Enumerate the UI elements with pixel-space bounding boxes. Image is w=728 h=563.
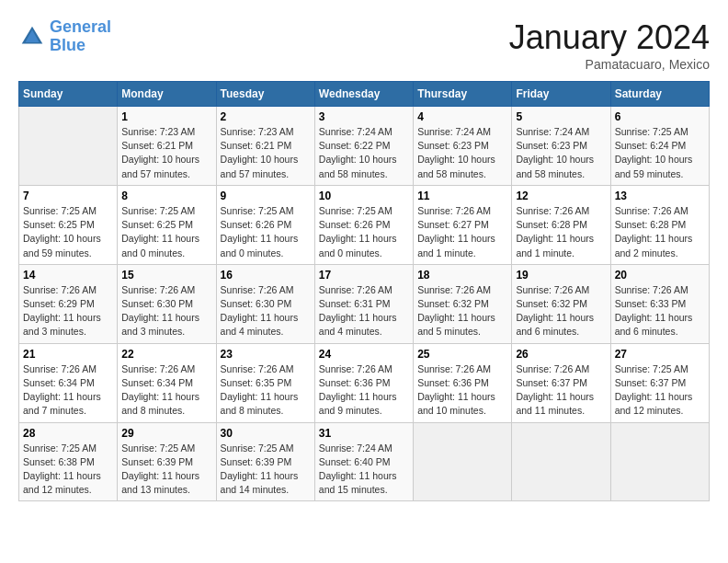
day-info: Sunrise: 7:25 AM Sunset: 6:38 PM Dayligh… (23, 442, 113, 498)
day-number: 14 (23, 269, 113, 282)
day-number: 29 (121, 427, 211, 440)
calendar-cell: 5Sunrise: 7:24 AM Sunset: 6:23 PM Daylig… (512, 107, 610, 186)
calendar-cell: 28Sunrise: 7:25 AM Sunset: 6:38 PM Dayli… (19, 422, 118, 501)
calendar-cell: 30Sunrise: 7:25 AM Sunset: 6:39 PM Dayli… (216, 422, 314, 501)
day-number: 10 (319, 190, 409, 202)
calendar-cell: 27Sunrise: 7:25 AM Sunset: 6:37 PM Dayli… (610, 343, 709, 422)
day-number: 4 (417, 110, 507, 123)
calendar-cell: 7Sunrise: 7:25 AM Sunset: 6:25 PM Daylig… (19, 185, 118, 264)
calendar-cell: 11Sunrise: 7:26 AM Sunset: 6:27 PM Dayli… (414, 185, 512, 264)
calendar-cell: 2Sunrise: 7:23 AM Sunset: 6:21 PM Daylig… (216, 107, 314, 186)
calendar-cell: 9Sunrise: 7:25 AM Sunset: 6:26 PM Daylig… (216, 185, 314, 264)
weekday-header-sunday: Sunday (19, 82, 118, 107)
calendar-cell: 12Sunrise: 7:26 AM Sunset: 6:28 PM Dayli… (512, 185, 610, 264)
day-info: Sunrise: 7:24 AM Sunset: 6:23 PM Dayligh… (417, 125, 507, 181)
calendar-cell: 17Sunrise: 7:26 AM Sunset: 6:31 PM Dayli… (314, 264, 413, 343)
day-number: 23 (221, 348, 311, 361)
logo-line2: Blue (50, 36, 85, 54)
day-info: Sunrise: 7:25 AM Sunset: 6:39 PM Dayligh… (221, 442, 311, 498)
day-number: 9 (221, 190, 311, 202)
calendar-cell (414, 422, 512, 501)
logo: General Blue (18, 18, 111, 55)
day-info: Sunrise: 7:24 AM Sunset: 6:23 PM Dayligh… (516, 125, 606, 181)
calendar-header-row: SundayMondayTuesdayWednesdayThursdayFrid… (19, 82, 710, 107)
logo-icon (18, 23, 46, 51)
weekday-header-monday: Monday (118, 82, 216, 107)
calendar-cell: 16Sunrise: 7:26 AM Sunset: 6:30 PM Dayli… (216, 264, 314, 343)
day-number: 2 (221, 110, 311, 123)
weekday-header-tuesday: Tuesday (216, 82, 314, 107)
calendar-cell: 31Sunrise: 7:24 AM Sunset: 6:40 PM Dayli… (314, 422, 413, 501)
day-number: 21 (23, 348, 113, 361)
calendar-cell: 29Sunrise: 7:25 AM Sunset: 6:39 PM Dayli… (118, 422, 216, 501)
day-info: Sunrise: 7:26 AM Sunset: 6:28 PM Dayligh… (615, 204, 705, 260)
weekday-header-saturday: Saturday (610, 82, 709, 107)
calendar-cell: 24Sunrise: 7:26 AM Sunset: 6:36 PM Dayli… (314, 343, 413, 422)
calendar-cell: 25Sunrise: 7:26 AM Sunset: 6:36 PM Dayli… (414, 343, 512, 422)
logo-line1: General (50, 17, 111, 36)
weekday-header-thursday: Thursday (414, 82, 512, 107)
calendar-cell: 6Sunrise: 7:25 AM Sunset: 6:24 PM Daylig… (610, 107, 709, 186)
calendar-cell: 4Sunrise: 7:24 AM Sunset: 6:23 PM Daylig… (414, 107, 512, 186)
calendar-week-3: 14Sunrise: 7:26 AM Sunset: 6:29 PM Dayli… (19, 264, 710, 343)
weekday-header-friday: Friday (512, 82, 610, 107)
calendar-cell: 23Sunrise: 7:26 AM Sunset: 6:35 PM Dayli… (216, 343, 314, 422)
calendar-cell: 8Sunrise: 7:25 AM Sunset: 6:25 PM Daylig… (118, 185, 216, 264)
day-info: Sunrise: 7:26 AM Sunset: 6:32 PM Dayligh… (516, 283, 606, 339)
day-number: 19 (516, 269, 606, 282)
day-number: 20 (615, 269, 705, 282)
calendar-cell: 20Sunrise: 7:26 AM Sunset: 6:33 PM Dayli… (610, 264, 709, 343)
day-number: 27 (615, 348, 705, 361)
calendar-cell: 21Sunrise: 7:26 AM Sunset: 6:34 PM Dayli… (19, 343, 118, 422)
day-info: Sunrise: 7:25 AM Sunset: 6:24 PM Dayligh… (615, 125, 705, 181)
calendar-table: SundayMondayTuesdayWednesdayThursdayFrid… (18, 81, 710, 501)
day-info: Sunrise: 7:25 AM Sunset: 6:25 PM Dayligh… (23, 204, 113, 260)
day-info: Sunrise: 7:24 AM Sunset: 6:40 PM Dayligh… (319, 442, 409, 498)
calendar-week-5: 28Sunrise: 7:25 AM Sunset: 6:38 PM Dayli… (19, 422, 710, 501)
day-info: Sunrise: 7:26 AM Sunset: 6:37 PM Dayligh… (516, 362, 606, 419)
calendar-cell: 10Sunrise: 7:25 AM Sunset: 6:26 PM Dayli… (314, 185, 413, 264)
day-info: Sunrise: 7:26 AM Sunset: 6:30 PM Dayligh… (221, 283, 311, 339)
calendar-cell: 3Sunrise: 7:24 AM Sunset: 6:22 PM Daylig… (314, 107, 413, 186)
day-info: Sunrise: 7:25 AM Sunset: 6:26 PM Dayligh… (319, 204, 409, 260)
title-block: January 2024 Pamatacuaro, Mexico (509, 18, 710, 72)
day-info: Sunrise: 7:26 AM Sunset: 6:27 PM Dayligh… (417, 204, 507, 260)
calendar-cell: 15Sunrise: 7:26 AM Sunset: 6:30 PM Dayli… (118, 264, 216, 343)
day-info: Sunrise: 7:26 AM Sunset: 6:33 PM Dayligh… (615, 283, 705, 339)
location-subtitle: Pamatacuaro, Mexico (509, 57, 710, 72)
day-info: Sunrise: 7:26 AM Sunset: 6:29 PM Dayligh… (23, 283, 113, 339)
day-number: 26 (516, 348, 606, 361)
calendar-week-4: 21Sunrise: 7:26 AM Sunset: 6:34 PM Dayli… (19, 343, 710, 422)
day-info: Sunrise: 7:25 AM Sunset: 6:26 PM Dayligh… (221, 204, 311, 260)
day-info: Sunrise: 7:26 AM Sunset: 6:35 PM Dayligh… (221, 362, 311, 419)
day-info: Sunrise: 7:26 AM Sunset: 6:30 PM Dayligh… (121, 283, 211, 339)
day-number: 1 (121, 110, 211, 123)
calendar-cell: 26Sunrise: 7:26 AM Sunset: 6:37 PM Dayli… (512, 343, 610, 422)
calendar-cell: 13Sunrise: 7:26 AM Sunset: 6:28 PM Dayli… (610, 185, 709, 264)
page-header: General Blue January 2024 Pamatacuaro, M… (18, 18, 710, 72)
calendar-cell: 1Sunrise: 7:23 AM Sunset: 6:21 PM Daylig… (118, 107, 216, 186)
day-number: 11 (417, 190, 507, 202)
day-info: Sunrise: 7:23 AM Sunset: 6:21 PM Dayligh… (221, 125, 311, 181)
calendar-cell (610, 422, 709, 501)
calendar-week-1: 1Sunrise: 7:23 AM Sunset: 6:21 PM Daylig… (19, 107, 710, 186)
day-number: 22 (121, 348, 211, 361)
calendar-cell (512, 422, 610, 501)
calendar-cell (19, 107, 118, 186)
day-number: 3 (319, 110, 409, 123)
day-number: 8 (121, 190, 211, 202)
day-number: 7 (23, 190, 113, 202)
day-number: 24 (319, 348, 409, 361)
calendar-cell: 14Sunrise: 7:26 AM Sunset: 6:29 PM Dayli… (19, 264, 118, 343)
day-number: 16 (221, 269, 311, 282)
day-info: Sunrise: 7:26 AM Sunset: 6:36 PM Dayligh… (319, 362, 409, 419)
logo-text: General Blue (50, 18, 111, 55)
calendar-cell: 18Sunrise: 7:26 AM Sunset: 6:32 PM Dayli… (414, 264, 512, 343)
calendar-cell: 22Sunrise: 7:26 AM Sunset: 6:34 PM Dayli… (118, 343, 216, 422)
day-info: Sunrise: 7:26 AM Sunset: 6:31 PM Dayligh… (319, 283, 409, 339)
day-number: 30 (221, 427, 311, 440)
day-info: Sunrise: 7:25 AM Sunset: 6:39 PM Dayligh… (121, 442, 211, 498)
day-number: 31 (319, 427, 409, 440)
day-info: Sunrise: 7:26 AM Sunset: 6:34 PM Dayligh… (121, 362, 211, 419)
day-info: Sunrise: 7:25 AM Sunset: 6:25 PM Dayligh… (121, 204, 211, 260)
